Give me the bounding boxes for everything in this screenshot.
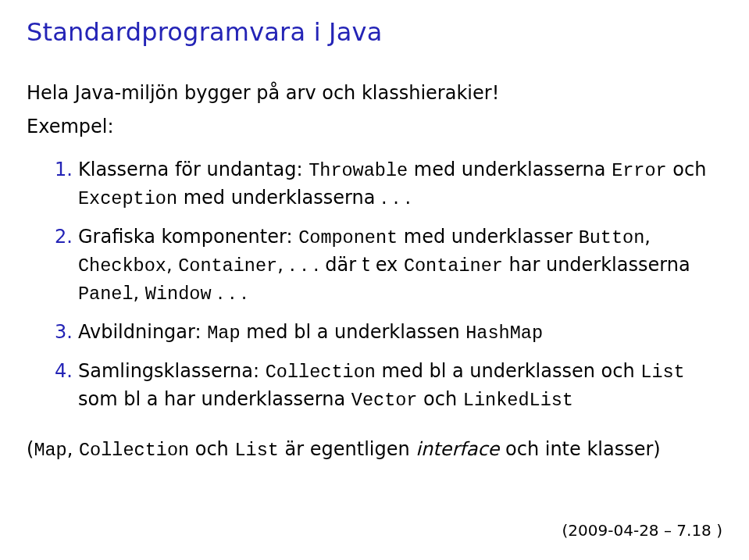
numbered-list: 1. Klasserna för undantag: Throwable med… (27, 156, 722, 415)
text: och inte klasser) (499, 438, 660, 460)
text: Klasserna för undantag: (78, 159, 309, 180)
example-label: Exempel: (27, 113, 722, 141)
list-item: 1. Klasserna för undantag: Throwable med… (55, 156, 722, 212)
text: ( (27, 438, 34, 460)
body: Hela Java-miljön bygger på arv och klass… (27, 80, 722, 464)
text: , (134, 282, 145, 304)
list-number: 2. (55, 223, 73, 251)
code: List (640, 362, 684, 383)
text: och (667, 159, 707, 180)
text: , (67, 438, 79, 460)
code: Component (298, 227, 398, 248)
text: med underklasserna . . . (177, 187, 411, 209)
code: Map (34, 440, 66, 461)
list-number: 3. (55, 319, 73, 346)
list-item: 3. Avbildningar: Map med bl a underklass… (55, 319, 722, 347)
text: , . . . där t ex (277, 254, 404, 276)
list-number: 1. (55, 156, 73, 184)
slide: Standardprogramvara i Java Hela Java-mil… (0, 0, 749, 560)
code: HashMap (465, 323, 543, 344)
code: Container (404, 255, 503, 276)
code: Map (207, 323, 240, 344)
code: Error (612, 160, 667, 181)
text: och (189, 438, 234, 460)
text: . . . (212, 282, 248, 304)
page-title: Standardprogramvara i Java (27, 17, 722, 47)
text: , (166, 254, 178, 276)
text: och (417, 388, 462, 410)
list-item: 4. Samlingsklasserna: Collection med bl … (55, 358, 722, 414)
text: har underklasserna (503, 254, 690, 276)
text: Grafiska komponenter: (78, 226, 298, 248)
list-number: 4. (55, 358, 73, 385)
code: Window (145, 284, 212, 305)
italic-text: interface (416, 438, 499, 460)
code: Vector (351, 390, 418, 411)
intro-text: Hela Java-miljön bygger på arv och klass… (27, 80, 722, 107)
code: Throwable (309, 160, 408, 181)
text: är egentligen (279, 438, 416, 460)
code: Exception (78, 188, 177, 209)
text: med bl a underklassen och (376, 360, 640, 382)
code: LinkedList (463, 390, 573, 411)
code: Panel (78, 284, 134, 305)
text: med underklasser (398, 226, 578, 248)
code: List (234, 440, 278, 461)
text: med bl a underklassen (241, 321, 466, 343)
text: , (644, 226, 651, 248)
footnote: (Map, Collection och List är egentligen … (27, 436, 722, 464)
text: Avbildningar: (78, 321, 207, 343)
code: Collection (266, 362, 376, 383)
text: med underklasserna (408, 159, 612, 180)
code: Checkbox (78, 255, 166, 276)
text: som bl a har underklasserna (78, 388, 351, 410)
text: Samlingsklasserna: (78, 360, 266, 382)
slide-footer: (2009-04-28 – 7.18 ) (562, 521, 722, 540)
code: Button (579, 227, 645, 248)
code: Container (178, 255, 277, 276)
list-item: 2. Grafiska komponenter: Component med u… (55, 223, 722, 308)
code: Collection (79, 440, 189, 461)
